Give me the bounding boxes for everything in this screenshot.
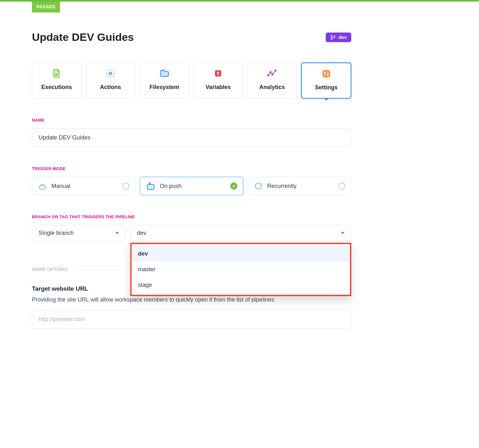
branch-mode-value: Single branch [39,230,74,236]
page-title: Update DEV Guides [32,31,134,43]
svg-point-6 [268,75,269,76]
settings-icon [322,69,331,78]
tab-label: Filesystem [149,84,179,91]
more-options-label: MORE OPTIONS [32,267,68,272]
filesystem-icon [159,69,170,78]
variables-icon: $ [214,69,222,78]
trigger-label: On push [160,183,182,190]
branch-option-master[interactable]: master [132,262,350,277]
trigger-section-label: TRIGGER MODE [32,166,351,171]
svg-point-2 [334,36,335,37]
trigger-on-push[interactable]: On push [140,177,243,195]
branch-dropdown-panel: dev master stage [130,243,351,296]
svg-point-14 [327,74,329,76]
branch-select-row: Single branch dev dev master stage [32,225,351,241]
tab-analytics[interactable]: Analytics [247,63,297,99]
branch-mode-select[interactable]: Single branch [32,225,126,241]
svg-point-3 [109,72,112,75]
tab-actions[interactable]: Actions [86,63,135,99]
svg-rect-18 [149,186,153,188]
target-url-description: Providing the site URL will allow worksp… [32,295,351,304]
branch-section-label: BRANCH OR TAG THAT TRIGGERS THE PIPELINE [32,214,351,219]
svg-rect-10 [323,70,330,77]
branch-value: dev [137,230,146,236]
trigger-manual[interactable]: Manual [32,177,135,195]
tab-label: Settings [315,84,338,91]
svg-point-9 [275,70,276,71]
name-input[interactable] [32,128,351,147]
executions-icon [52,69,61,78]
radio-checked-icon [230,183,237,190]
chevron-down-icon [115,232,119,234]
svg-point-0 [331,35,332,36]
branch-option-dev[interactable]: dev [132,246,350,262]
trigger-mode-row: Manual On push Recurrently [32,177,351,195]
svg-point-15 [39,186,46,190]
trigger-label: Recurrently [267,183,297,190]
tab-label: Executions [41,84,72,91]
branch-chip[interactable]: dev [326,33,351,42]
header-row: Update DEV Guides dev [32,31,351,43]
tab-executions[interactable]: Executions [32,63,81,99]
svg-text:$: $ [217,71,220,76]
tab-label: Variables [206,84,231,91]
branch-chip-label: dev [338,34,347,40]
tab-label: Analytics [259,84,285,91]
analytics-icon [267,69,277,78]
tab-filesystem[interactable]: Filesystem [140,63,189,99]
tab-variables[interactable]: $ Variables [194,63,243,99]
tab-settings[interactable]: Settings [301,63,351,99]
branch-icon [330,34,336,40]
svg-point-13 [324,72,325,73]
on-push-icon [146,182,156,190]
svg-rect-17 [149,183,150,185]
chevron-down-icon [341,232,345,234]
status-badge: PASSED [32,2,60,12]
page-container: PASSED Update DEV Guides dev Executions [32,2,351,341]
svg-point-7 [270,71,271,73]
target-url-input[interactable] [32,310,351,329]
radio-unchecked-icon [122,183,129,190]
recurrently-icon [254,182,263,190]
name-section-label: NAME [32,118,351,123]
actions-icon [106,69,115,78]
svg-point-8 [272,74,273,75]
tab-label: Actions [100,84,121,91]
manual-icon [38,182,47,190]
trigger-recurrently[interactable]: Recurrently [248,177,351,195]
trigger-label: Manual [51,183,70,190]
radio-unchecked-icon [338,183,345,190]
tabs-row: Executions Actions Filesystem [32,63,351,99]
branch-option-stage[interactable]: stage [132,277,350,293]
svg-point-1 [331,38,332,39]
branch-value-select[interactable]: dev [130,225,351,241]
branch-value-wrap: dev dev master stage [130,225,351,241]
